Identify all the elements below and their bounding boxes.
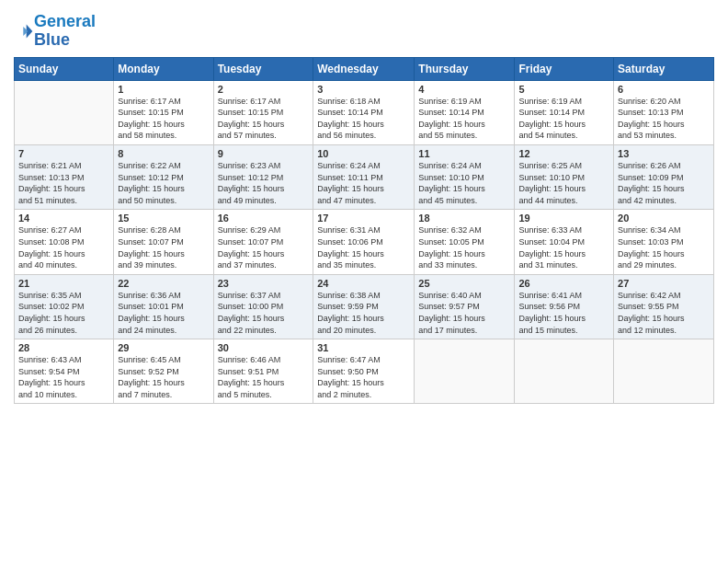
day-info: Sunrise: 6:17 AM Sunset: 10:15 PM Daylig… [218, 96, 310, 142]
day-info: Sunrise: 6:41 AM Sunset: 9:56 PM Dayligh… [518, 290, 609, 336]
day-info: Sunrise: 6:38 AM Sunset: 9:59 PM Dayligh… [317, 290, 410, 336]
logo-icon [16, 22, 34, 40]
day-number: 10 [317, 148, 410, 159]
day-info: Sunrise: 6:36 AM Sunset: 10:01 PM Daylig… [118, 290, 209, 336]
calendar-cell: 7Sunrise: 6:21 AM Sunset: 10:13 PM Dayli… [15, 144, 114, 209]
calendar-cell: 12Sunrise: 6:25 AM Sunset: 10:10 PM Dayl… [515, 144, 614, 209]
day-number: 17 [317, 213, 410, 224]
day-info: Sunrise: 6:19 AM Sunset: 10:14 PM Daylig… [418, 96, 510, 142]
day-number: 20 [618, 213, 710, 224]
day-number: 19 [518, 213, 609, 224]
calendar-cell: 13Sunrise: 6:26 AM Sunset: 10:09 PM Dayl… [614, 144, 714, 209]
calendar-week-2: 7Sunrise: 6:21 AM Sunset: 10:13 PM Dayli… [15, 144, 714, 209]
day-info: Sunrise: 6:31 AM Sunset: 10:06 PM Daylig… [317, 224, 410, 270]
column-header-monday: Monday [114, 57, 213, 80]
day-info: Sunrise: 6:24 AM Sunset: 10:10 PM Daylig… [418, 160, 510, 206]
day-number: 31 [317, 342, 410, 353]
day-info: Sunrise: 6:26 AM Sunset: 10:09 PM Daylig… [618, 160, 710, 206]
day-number: 30 [218, 342, 310, 353]
day-number: 9 [218, 148, 310, 159]
column-header-friday: Friday [515, 57, 614, 80]
day-number: 28 [18, 342, 109, 353]
calendar-cell: 3Sunrise: 6:18 AM Sunset: 10:14 PM Dayli… [313, 80, 415, 144]
day-info: Sunrise: 6:34 AM Sunset: 10:03 PM Daylig… [618, 224, 710, 270]
day-number: 11 [418, 148, 510, 159]
calendar-cell: 20Sunrise: 6:34 AM Sunset: 10:03 PM Dayl… [614, 210, 714, 274]
calendar-cell: 2Sunrise: 6:17 AM Sunset: 10:15 PM Dayli… [213, 80, 313, 144]
day-number: 13 [618, 148, 710, 159]
calendar-cell: 27Sunrise: 6:42 AM Sunset: 9:55 PM Dayli… [614, 274, 714, 339]
calendar-cell: 17Sunrise: 6:31 AM Sunset: 10:06 PM Dayl… [313, 210, 415, 274]
calendar: SundayMondayTuesdayWednesdayThursdayFrid… [14, 57, 714, 405]
day-info: Sunrise: 6:32 AM Sunset: 10:05 PM Daylig… [418, 224, 510, 270]
header: General Blue [14, 9, 714, 50]
column-header-tuesday: Tuesday [213, 57, 313, 80]
day-number: 18 [418, 213, 510, 224]
page: General Blue SundayMondayTuesdayWednesda… [0, 0, 728, 563]
logo-text: General Blue [34, 13, 96, 50]
calendar-week-4: 21Sunrise: 6:35 AM Sunset: 10:02 PM Dayl… [15, 274, 714, 339]
calendar-cell: 29Sunrise: 6:45 AM Sunset: 9:52 PM Dayli… [114, 339, 213, 404]
day-info: Sunrise: 6:25 AM Sunset: 10:10 PM Daylig… [518, 160, 609, 206]
day-info: Sunrise: 6:43 AM Sunset: 9:54 PM Dayligh… [18, 354, 109, 400]
calendar-cell: 25Sunrise: 6:40 AM Sunset: 9:57 PM Dayli… [415, 274, 515, 339]
day-info: Sunrise: 6:46 AM Sunset: 9:51 PM Dayligh… [218, 354, 310, 400]
day-info: Sunrise: 6:28 AM Sunset: 10:07 PM Daylig… [118, 224, 209, 270]
calendar-cell: 14Sunrise: 6:27 AM Sunset: 10:08 PM Dayl… [15, 210, 114, 274]
calendar-cell: 6Sunrise: 6:20 AM Sunset: 10:13 PM Dayli… [614, 80, 714, 144]
calendar-cell: 11Sunrise: 6:24 AM Sunset: 10:10 PM Dayl… [415, 144, 515, 209]
calendar-cell [15, 80, 114, 144]
day-info: Sunrise: 6:29 AM Sunset: 10:07 PM Daylig… [218, 224, 310, 270]
calendar-cell: 30Sunrise: 6:46 AM Sunset: 9:51 PM Dayli… [213, 339, 313, 404]
calendar-cell: 16Sunrise: 6:29 AM Sunset: 10:07 PM Dayl… [213, 210, 313, 274]
calendar-cell [614, 339, 714, 404]
day-number: 29 [118, 342, 209, 353]
calendar-cell: 19Sunrise: 6:33 AM Sunset: 10:04 PM Dayl… [515, 210, 614, 274]
logo-blue: Blue [34, 30, 70, 49]
day-number: 12 [518, 148, 609, 159]
day-info: Sunrise: 6:20 AM Sunset: 10:13 PM Daylig… [618, 96, 710, 142]
calendar-cell: 26Sunrise: 6:41 AM Sunset: 9:56 PM Dayli… [515, 274, 614, 339]
calendar-cell: 1Sunrise: 6:17 AM Sunset: 10:15 PM Dayli… [114, 80, 213, 144]
logo-general: General [34, 12, 96, 30]
calendar-cell: 8Sunrise: 6:22 AM Sunset: 10:12 PM Dayli… [114, 144, 213, 209]
day-info: Sunrise: 6:19 AM Sunset: 10:14 PM Daylig… [518, 96, 609, 142]
calendar-cell: 4Sunrise: 6:19 AM Sunset: 10:14 PM Dayli… [415, 80, 515, 144]
calendar-header-row: SundayMondayTuesdayWednesdayThursdayFrid… [15, 57, 714, 80]
day-number: 23 [218, 278, 310, 289]
calendar-week-3: 14Sunrise: 6:27 AM Sunset: 10:08 PM Dayl… [15, 210, 714, 274]
day-number: 2 [218, 84, 310, 95]
day-number: 14 [18, 213, 109, 224]
day-number: 24 [317, 278, 410, 289]
day-number: 7 [18, 148, 109, 159]
day-info: Sunrise: 6:17 AM Sunset: 10:15 PM Daylig… [118, 96, 209, 142]
day-number: 16 [218, 213, 310, 224]
day-info: Sunrise: 6:27 AM Sunset: 10:08 PM Daylig… [18, 224, 109, 270]
day-number: 27 [618, 278, 710, 289]
day-info: Sunrise: 6:35 AM Sunset: 10:02 PM Daylig… [18, 290, 109, 336]
day-number: 25 [418, 278, 510, 289]
calendar-cell: 31Sunrise: 6:47 AM Sunset: 9:50 PM Dayli… [313, 339, 415, 404]
day-number: 3 [317, 84, 410, 95]
day-number: 26 [518, 278, 609, 289]
column-header-sunday: Sunday [15, 57, 114, 80]
calendar-cell: 23Sunrise: 6:37 AM Sunset: 10:00 PM Dayl… [213, 274, 313, 339]
calendar-cell [515, 339, 614, 404]
calendar-cell: 21Sunrise: 6:35 AM Sunset: 10:02 PM Dayl… [15, 274, 114, 339]
day-number: 21 [18, 278, 109, 289]
day-number: 1 [118, 84, 209, 95]
calendar-cell [415, 339, 515, 404]
calendar-week-5: 28Sunrise: 6:43 AM Sunset: 9:54 PM Dayli… [15, 339, 714, 404]
calendar-cell: 5Sunrise: 6:19 AM Sunset: 10:14 PM Dayli… [515, 80, 614, 144]
day-info: Sunrise: 6:37 AM Sunset: 10:00 PM Daylig… [218, 290, 310, 336]
calendar-cell: 15Sunrise: 6:28 AM Sunset: 10:07 PM Dayl… [114, 210, 213, 274]
day-info: Sunrise: 6:23 AM Sunset: 10:12 PM Daylig… [218, 160, 310, 206]
day-info: Sunrise: 6:22 AM Sunset: 10:12 PM Daylig… [118, 160, 209, 206]
day-info: Sunrise: 6:18 AM Sunset: 10:14 PM Daylig… [317, 96, 410, 142]
day-number: 22 [118, 278, 209, 289]
day-info: Sunrise: 6:45 AM Sunset: 9:52 PM Dayligh… [118, 354, 209, 400]
calendar-cell: 9Sunrise: 6:23 AM Sunset: 10:12 PM Dayli… [213, 144, 313, 209]
day-number: 5 [518, 84, 609, 95]
day-number: 15 [118, 213, 209, 224]
calendar-week-1: 1Sunrise: 6:17 AM Sunset: 10:15 PM Dayli… [15, 80, 714, 144]
